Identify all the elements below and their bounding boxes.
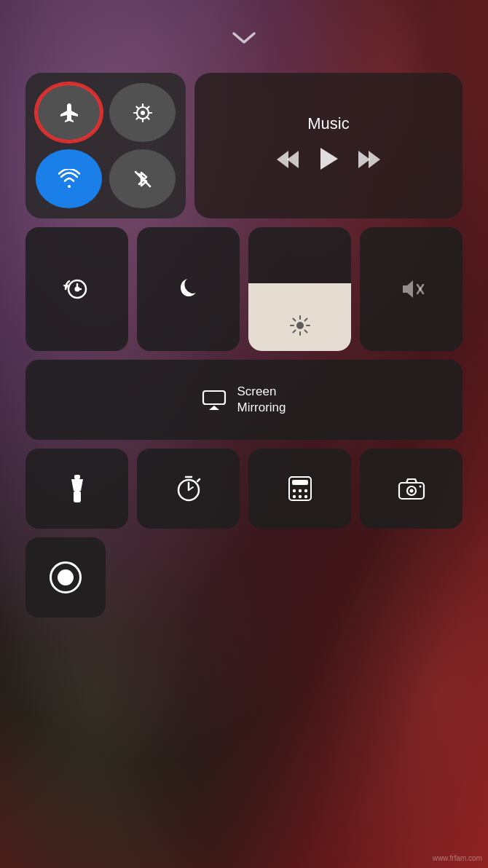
svg-marker-12 (277, 151, 288, 168)
svg-rect-40 (292, 480, 308, 485)
previous-button[interactable] (277, 149, 300, 175)
controls-row (25, 227, 463, 351)
camera-button[interactable] (360, 449, 463, 529)
svg-line-26 (293, 331, 295, 333)
screen-record-row (25, 537, 463, 618)
orientation-lock-button[interactable] (25, 227, 128, 351)
svg-marker-14 (358, 151, 370, 168)
svg-marker-13 (320, 148, 338, 170)
screen-mirroring-row: Screen Mirroring (25, 360, 463, 440)
svg-point-17 (74, 287, 79, 292)
svg-line-8 (146, 106, 149, 108)
svg-point-46 (304, 495, 307, 498)
screen-mirroring-line2: Mirroring (237, 401, 286, 414)
svg-point-1 (141, 111, 145, 115)
airplane-icon (58, 102, 80, 124)
svg-line-23 (293, 319, 295, 321)
music-controls (277, 146, 380, 177)
svg-line-24 (304, 331, 307, 333)
music-panel[interactable]: Music (194, 73, 463, 218)
record-icon (50, 561, 82, 593)
svg-point-45 (298, 495, 301, 498)
svg-line-38 (197, 479, 200, 481)
next-button[interactable] (357, 149, 380, 175)
flashlight-button[interactable] (25, 449, 128, 529)
svg-line-7 (146, 117, 149, 119)
wifi-button[interactable] (36, 149, 102, 208)
screen-mirroring-label: Screen Mirroring (237, 384, 286, 416)
watermark: www.frfam.com (433, 854, 482, 862)
night-mode-button[interactable] (137, 227, 240, 351)
orientation-lock-icon (63, 275, 91, 303)
svg-rect-33 (74, 491, 81, 502)
svg-marker-11 (287, 151, 299, 168)
moon-icon (176, 276, 202, 302)
svg-line-9 (136, 117, 138, 119)
svg-point-41 (292, 489, 295, 492)
brightness-slider[interactable] (248, 227, 351, 351)
calculator-button[interactable] (248, 449, 351, 529)
timer-button[interactable] (137, 449, 240, 529)
cellular-button[interactable] (109, 83, 176, 142)
svg-line-25 (304, 319, 307, 321)
record-inner-dot (58, 569, 74, 585)
svg-marker-32 (71, 479, 83, 491)
svg-point-49 (409, 489, 413, 493)
dismiss-chevron[interactable] (231, 31, 257, 49)
svg-point-43 (304, 489, 307, 492)
calculator-icon (288, 476, 312, 502)
flashlight-icon (69, 475, 85, 502)
bottom-controls-row (25, 449, 463, 529)
svg-rect-29 (203, 391, 225, 404)
svg-point-50 (419, 486, 421, 488)
bluetooth-button[interactable] (109, 149, 176, 208)
airplane-mode-button[interactable] (36, 83, 102, 142)
timer-icon (176, 476, 202, 502)
svg-line-6 (136, 106, 138, 108)
screen-mirroring-icon (202, 390, 227, 410)
svg-point-44 (292, 495, 295, 498)
connectivity-music-row: Music (25, 73, 463, 218)
bluetooth-icon (132, 168, 154, 190)
play-button[interactable] (316, 146, 341, 177)
volume-button[interactable] (360, 227, 463, 351)
control-center: Music (25, 73, 463, 618)
svg-rect-31 (74, 475, 80, 479)
screen-mirroring-button[interactable]: Screen Mirroring (25, 360, 463, 440)
svg-marker-15 (369, 151, 380, 168)
volume-mute-icon (398, 276, 425, 302)
music-title: Music (307, 114, 349, 133)
svg-point-42 (298, 489, 301, 492)
cellular-icon (132, 102, 154, 124)
brightness-icon (290, 315, 310, 341)
svg-marker-30 (209, 406, 219, 410)
wifi-icon (58, 169, 80, 189)
camera-icon (398, 477, 425, 500)
svg-point-18 (296, 322, 304, 329)
connectivity-panel (25, 73, 186, 218)
screen-mirroring-line1: Screen (237, 384, 276, 398)
screen-record-button[interactable] (25, 537, 106, 618)
